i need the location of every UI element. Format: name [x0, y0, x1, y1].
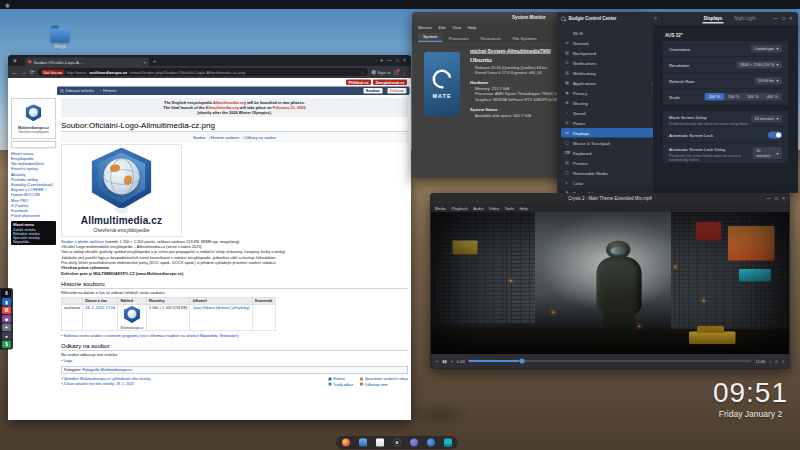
menu-item[interactable]: Playback	[451, 206, 467, 211]
cell-thumbnail[interactable]: Multimediaexpo.cz	[118, 304, 146, 331]
wiki-search-input[interactable]	[11, 141, 56, 148]
footer-link[interactable]: Trvalý odkaz	[328, 382, 353, 387]
bottom-taskbar[interactable]	[336, 436, 458, 449]
cell-datetime[interactable]: 28. 1. 2025, 17:04	[83, 304, 118, 331]
resolution-select[interactable]: 3840 × 2160 (16:9)▾	[737, 61, 782, 69]
subnav-link[interactable]: Historie souboru	[209, 135, 239, 140]
history-tab[interactable]: ◔Historie	[99, 89, 116, 94]
dock-app-icon[interactable]: ●	[2, 332, 11, 340]
playlist-menu-icon[interactable]: ≡	[782, 359, 784, 364]
volume-icon[interactable]: ♪	[769, 359, 771, 364]
taskbar-app-icon[interactable]	[393, 439, 401, 447]
tab-displays[interactable]: Displays	[703, 14, 724, 24]
sidebar-item[interactable]: ⌨ Keyboard	[561, 148, 657, 158]
minimize-button[interactable]: —	[387, 58, 392, 63]
menu-item[interactable]: Audio	[473, 206, 483, 211]
menu-item[interactable]: Help	[468, 25, 477, 30]
sidebar-item[interactable]: ♪ Sound	[561, 108, 657, 118]
download-link[interactable]: Stáhnout tento soubor v externím program…	[63, 333, 238, 338]
scale-option[interactable]: 200 %	[724, 93, 743, 101]
signin-button[interactable]: Sign in	[371, 70, 390, 75]
sidebar-item[interactable]: ◉ Privacy ›	[561, 88, 657, 98]
browser-titlebar[interactable]: ◉ Soubor:Oficiální-Logo-A… × + ▾ — □ ×	[8, 55, 411, 66]
subnav-link[interactable]: Odkazy na soubor	[242, 135, 276, 140]
sidebar-item[interactable]: ▧ Background	[561, 48, 657, 58]
minimize-button[interactable]: —	[766, 196, 771, 201]
file-tab[interactable]: Soubor	[363, 88, 382, 94]
orientation-select[interactable]: Landscape▾	[751, 45, 782, 53]
taskbar-app-icon[interactable]	[376, 439, 384, 447]
sidebar-item[interactable]: ▭ Displays	[561, 128, 657, 138]
window-controls[interactable]: — □ ×	[766, 196, 785, 201]
dock-app-icon[interactable]: X	[2, 290, 11, 298]
video-frame[interactable]	[431, 212, 789, 354]
left-dock[interactable]: X▮M◆✦●$	[0, 288, 13, 350]
taskbar-app-icon[interactable]	[359, 439, 367, 447]
sidebar-item[interactable]: ⊕ Sharing	[561, 98, 657, 108]
menu-item[interactable]: Edit	[438, 25, 445, 30]
register-button[interactable]: Zaregistrovat se	[373, 80, 407, 86]
taskbar-app-icon[interactable]	[444, 439, 452, 447]
maximize-button[interactable]: □	[775, 196, 778, 201]
dock-app-icon[interactable]: ✦	[2, 324, 11, 332]
seek-slider[interactable]	[469, 360, 752, 362]
panel-link[interactable]: Založit stránku	[13, 228, 36, 232]
panel-menu-icon[interactable]: ◉	[5, 1, 10, 8]
wiki-logo-box[interactable]: Multimediaexpo.cz Otevřená encyklopedie	[11, 98, 56, 139]
view-page-tab[interactable]: ▤Zobrazit stránku	[60, 89, 94, 94]
tab-close-icon[interactable]: ×	[143, 59, 145, 64]
tab[interactable]: File Systems	[507, 35, 542, 43]
file-image-frame[interactable]: Allmultimedia.cz Otevřená encyklopedie	[61, 145, 182, 237]
hamburger-menu-icon[interactable]: ≡	[654, 16, 657, 21]
panel-link[interactable]: Náhodná stránka	[13, 232, 40, 236]
bookmark-star-icon[interactable]: ☆	[360, 70, 364, 75]
video-player-titlebar[interactable]: Crysis 2 - Main Theme Extended Mix.mp4 —…	[430, 193, 790, 204]
close-button[interactable]: ×	[782, 196, 785, 201]
scale-option[interactable]: 100 %	[705, 93, 724, 101]
login-button[interactable]: Přihlásit se	[346, 80, 371, 86]
footer-link[interactable]: Zpracování osobních údajů	[360, 377, 408, 382]
menu-item[interactable]: View	[452, 25, 461, 30]
extensions-icon[interactable]: ◳	[394, 69, 399, 75]
tab-list-caret[interactable]: ▾	[380, 58, 382, 63]
back-button[interactable]: ←	[12, 69, 18, 75]
browser-menu-icon[interactable]: ⋮	[402, 69, 407, 75]
tab[interactable]: Processes	[444, 35, 474, 43]
page-link[interactable]: Logo	[63, 359, 72, 364]
menu-item[interactable]: Video	[489, 206, 499, 211]
footer-link[interactable]: Historie	[328, 377, 353, 382]
scale-option[interactable]: 300 %	[743, 93, 762, 101]
seek-knob[interactable]	[520, 359, 525, 364]
window-controls[interactable]: — □ ×	[773, 16, 792, 21]
sidebar-item[interactable]: ⊘ Power	[561, 118, 657, 128]
user-link[interactable]: Juraj Oldrava	[193, 306, 215, 311]
sidebar-item[interactable]: ◐ Color	[561, 178, 657, 188]
next-button[interactable]: »	[451, 359, 453, 364]
dock-app-icon[interactable]: $	[2, 341, 11, 349]
panel-link[interactable]: Speciální stránky	[13, 236, 40, 240]
maximize-button[interactable]: □	[396, 58, 399, 63]
minimize-button[interactable]: —	[773, 16, 778, 21]
tab-night-light[interactable]: Night Light	[733, 15, 757, 23]
footer-link[interactable]: Odkazuje sem	[360, 382, 408, 387]
menu-item[interactable]: Monitor	[418, 25, 432, 30]
category-link[interactable]: Fotografie Multimediaexpo.cz	[82, 368, 132, 373]
dock-app-icon[interactable]: ◆	[2, 315, 11, 323]
footer-link[interactable]: • Získán aktuální text této stránky: 28.…	[61, 382, 151, 387]
close-button[interactable]: ×	[789, 16, 792, 21]
description-link[interactable]: Soubor v plném rozlišení	[61, 239, 104, 244]
scale-segmented-control[interactable]: 100 %200 %300 %400 %	[705, 93, 782, 101]
wiki-login-buttons[interactable]: Přihlásit se Zaregistrovat se	[346, 80, 407, 86]
reload-button[interactable]: ⟳	[30, 69, 35, 76]
menu-item[interactable]: Help	[519, 206, 527, 211]
previous-button[interactable]: «	[436, 359, 438, 364]
taskbar-app-icon[interactable]	[427, 439, 435, 447]
banner-link[interactable]: Allmultimedia.org	[206, 105, 239, 110]
search-icon[interactable]	[561, 16, 566, 21]
screen-lock-toggle[interactable]	[768, 131, 782, 138]
taskbar-app-icon[interactable]	[410, 439, 418, 447]
tab[interactable]: Resources	[475, 35, 506, 43]
taskbar-app-icon[interactable]	[342, 439, 350, 447]
menu-item[interactable]: Media	[435, 206, 446, 211]
close-button[interactable]: ×	[403, 58, 406, 63]
